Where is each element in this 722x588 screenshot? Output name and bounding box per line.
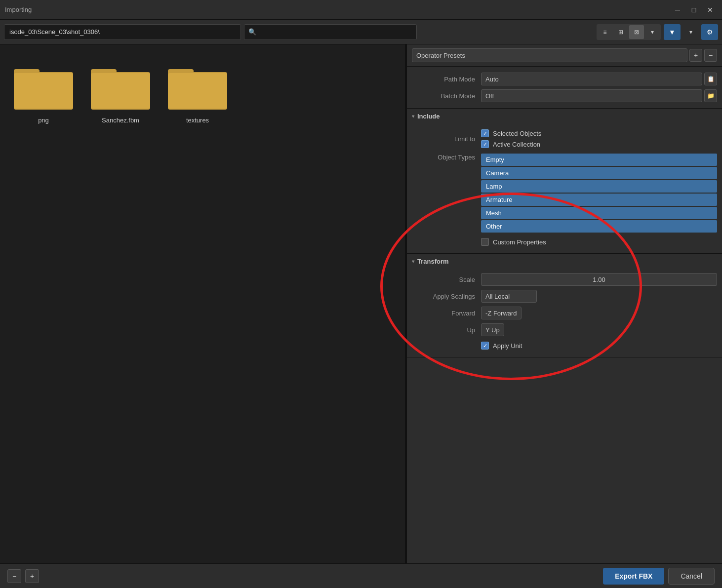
presets-bar: Operator Presets + − [407,44,722,67]
batch-mode-dropdown[interactable]: Off On [481,89,702,102]
top-toolbar: 🔍 ≡ ⊞ ⊠ ▾ ▼ ▾ ⚙ [0,20,722,44]
grid-small-button[interactable]: ⊞ [613,25,628,39]
apply-unit-label: Apply Unit [493,342,522,350]
settings-button[interactable]: ⚙ [701,24,718,40]
forward-dropdown[interactable]: -Z Forward Z Forward Y Forward [481,307,521,319]
obj-type-armature[interactable]: Armature [481,194,717,206]
path-mode-copy-button[interactable]: 📋 [704,73,717,85]
selected-objects-row: ✓ Selected Objects [481,128,717,139]
export-fbx-button[interactable]: Export FBX [603,568,664,585]
up-label: Up [412,326,481,334]
maximize-button[interactable]: □ [687,3,701,17]
include-section: Limit to ✓ Selected Objects ✓ Active Col… [407,122,722,254]
path-input[interactable] [4,24,241,40]
apply-unit-checkbox-row: ✓ Apply Unit [481,340,717,351]
object-types-list: Empty Camera Lamp Armature Mesh Other [481,154,717,233]
title-bar-left: Importing [5,6,32,13]
path-mode-section: Path Mode Auto Absolute Relative 📋 Batch… [407,67,722,109]
forward-control: -Z Forward Z Forward Y Forward [481,307,717,319]
up-row: Up Y Up Z Up X Up [412,321,717,338]
custom-properties-row: Custom Properties [412,235,717,249]
folder-textures-label: textures [186,117,209,124]
apply-scalings-row: Apply Scalings All Local FBX All FBX Uni… [412,288,717,305]
custom-properties-label: Custom Properties [493,238,546,246]
obj-type-camera[interactable]: Camera [481,167,717,179]
up-control: Y Up Z Up X Up [481,323,717,336]
limit-to-checkboxes: ✓ Selected Objects ✓ Active Collection [481,128,717,150]
obj-type-other[interactable]: Other [481,220,717,233]
scale-control [481,273,717,286]
scale-label: Scale [412,276,481,283]
title-bar-title: Importing [5,6,32,13]
bottom-bar: − + Export FBX Cancel [0,563,722,588]
selected-objects-label: Selected Objects [493,130,541,137]
custom-properties-control: Custom Properties [481,236,717,247]
folder-png[interactable]: png [10,59,77,128]
close-button[interactable]: ✕ [703,3,717,17]
bottom-right-buttons: Export FBX Cancel [603,568,715,585]
folder-sanchez[interactable]: Sanchez.fbm [87,59,154,128]
batch-mode-label: Batch Mode [412,92,481,100]
custom-properties-checkbox-row: Custom Properties [481,236,717,247]
folder-png-icon [14,63,73,113]
forward-label: Forward [412,310,481,317]
folder-png-label: png [38,117,49,124]
svg-rect-5 [91,73,150,109]
up-dropdown[interactable]: Y Up Z Up X Up [481,323,504,336]
search-input[interactable] [259,28,412,36]
path-mode-row: Path Mode Auto Absolute Relative 📋 [412,71,717,87]
bottom-minus-button[interactable]: − [7,569,21,583]
limit-to-row: Limit to ✓ Selected Objects ✓ Active Col… [412,126,717,152]
active-collection-label: Active Collection [493,141,540,148]
include-section-header[interactable]: Include [407,109,722,122]
object-types-label: Object Types [412,154,481,161]
custom-properties-checkbox[interactable] [481,238,489,246]
apply-unit-checkbox[interactable]: ✓ [481,342,489,350]
apply-scalings-dropdown[interactable]: All Local FBX All FBX Units Scale None [481,290,537,303]
filter-dropdown-button[interactable]: ▾ [683,25,698,39]
batch-mode-row: Batch Mode Off On 📁 [412,87,717,104]
apply-scalings-label: Apply Scalings [412,293,481,300]
bottom-left-buttons: − + [7,569,39,583]
grid-large-button[interactable]: ⊠ [629,25,644,39]
transform-chevron-icon [412,259,414,264]
transform-section-label: Transform [417,258,449,265]
filter-button[interactable]: ▼ [664,24,681,40]
active-collection-checkbox[interactable]: ✓ [481,140,489,148]
include-chevron-icon [412,114,414,119]
title-bar: Importing ─ □ ✕ [0,0,722,20]
search-input-wrap: 🔍 [244,24,417,40]
path-mode-dropdown[interactable]: Auto Absolute Relative [481,73,702,85]
add-preset-button[interactable]: + [689,49,702,62]
include-section-label: Include [417,113,440,120]
object-types-row: Object Types Empty Camera Lamp Armature … [412,152,717,235]
view-buttons: ≡ ⊞ ⊠ ▾ [597,24,661,40]
folder-textures[interactable]: textures [164,59,231,128]
svg-rect-8 [168,73,227,109]
right-panel: Operator Presets + − Path Mode Auto Abso… [406,44,722,563]
gear-icon: ⚙ [707,28,713,36]
obj-type-mesh[interactable]: Mesh [481,207,717,219]
selected-objects-checkbox[interactable]: ✓ [481,129,489,137]
remove-preset-button[interactable]: − [704,49,717,62]
obj-type-empty[interactable]: Empty [481,154,717,166]
transform-section-header[interactable]: Transform [407,254,722,267]
scale-input[interactable] [481,273,717,286]
path-mode-label: Path Mode [412,76,481,83]
filter-icon: ▼ [669,28,676,36]
transform-section: Scale Apply Scalings All Local FBX All F… [407,267,722,357]
limit-to-label: Limit to [412,135,481,143]
batch-mode-control: Off On 📁 [481,89,717,102]
folder-textures-icon [168,63,227,113]
minimize-button[interactable]: ─ [671,3,684,17]
view-dropdown-button[interactable]: ▾ [645,25,660,39]
batch-mode-extra-button[interactable]: 📁 [704,89,717,102]
cancel-button[interactable]: Cancel [668,568,715,585]
operator-presets-dropdown[interactable]: Operator Presets [412,48,687,62]
path-mode-control: Auto Absolute Relative 📋 [481,73,717,85]
obj-type-lamp[interactable]: Lamp [481,180,717,193]
apply-unit-control: ✓ Apply Unit [481,340,717,351]
bottom-plus-button[interactable]: + [25,569,39,583]
apply-scalings-control: All Local FBX All FBX Units Scale None [481,290,717,303]
list-view-button[interactable]: ≡ [598,25,612,39]
